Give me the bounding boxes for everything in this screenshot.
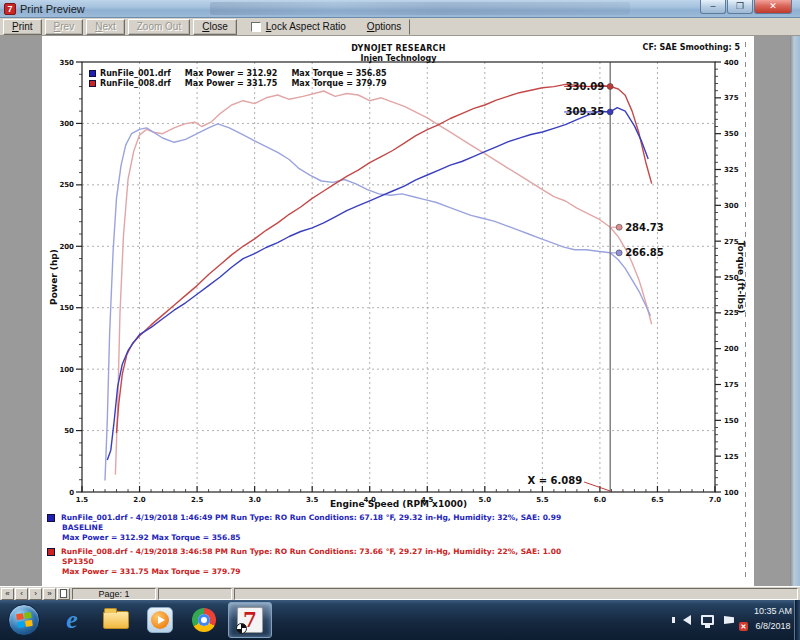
clock-time: 10:35 AM [754,604,792,619]
right-tick-label: 175 [724,381,739,389]
run-details: RunFile_008.drf - 4/19/2018 3:46:58 PM R… [61,547,561,557]
curve-power_blue [107,108,648,461]
taskbar-item-windows-explorer[interactable] [96,602,136,638]
run-label: BASELINE [47,523,561,533]
statusbar: « ‹ › » Page: 1 [0,586,800,600]
zoom-out-button[interactable]: Zoom Out [128,19,190,35]
document-icon [60,589,67,598]
cursor-x-label: X = 6.089 [527,475,582,486]
left-tick-label: 300 [59,120,74,128]
minimize-button[interactable]: – [700,0,726,14]
left-tick-label: 350 [59,59,74,67]
run-label: SP1350 [47,557,561,567]
x-axis-title: Engine Speed (RPM x1000) [82,499,715,509]
status-panel [158,588,232,600]
chrome-icon [192,608,216,632]
lock-aspect-ratio-label: Lock Aspect Ratio [266,21,346,32]
options-button[interactable]: Options [358,19,410,35]
right-tick-label: 200 [724,345,739,353]
legend-swatch-red [89,80,96,87]
status-panel [234,588,798,600]
taskbar-clock[interactable]: 10:35 AM 6/8/2018 [754,604,792,634]
run-details: RunFile_001.drf - 4/19/2018 1:46:49 PM R… [61,513,561,523]
action-center-flag-icon[interactable] [724,616,734,624]
next-page-button[interactable]: › [29,588,42,600]
chart-subtitle: Injen Technology [82,54,715,63]
background-window-ghost [210,2,630,15]
volume-icon[interactable] [683,615,691,625]
left-tick-label: 0 [69,489,74,497]
first-page-button[interactable]: « [1,588,14,600]
window-title: Print Preview [20,3,85,15]
legend-file: RunFile_008.drf [100,79,171,88]
right-tick-label: 350 [724,130,739,138]
right-tick-label: 375 [724,94,739,102]
network-icon[interactable] [701,615,714,625]
taskbar-item-chrome[interactable] [184,602,224,638]
correction-smoothing-label: CF: SAE Smoothing: 5 [643,43,740,52]
legend-row-sp1350: RunFile_008.drf Max Power = 331.75 Max T… [89,78,401,88]
right-tick-label: 150 [724,417,739,425]
clock-date: 6/8/2018 [754,619,792,634]
cursor-value-label: 266.85 [625,247,664,258]
chart-legend: RunFile_001.drf Max Power = 312.92 Max T… [89,68,401,88]
taskbar-item-media-player[interactable] [140,602,180,638]
page-setup-button[interactable] [57,588,70,600]
left-tick-label: 50 [64,427,74,435]
legend-max-torque: Max Torque = 356.85 [291,69,386,78]
cursor-value-label: 284.73 [625,222,664,233]
toolbar: Print Prev Next Zoom Out Close Lock Aspe… [0,18,800,36]
legend-row-baseline: RunFile_001.drf Max Power = 312.92 Max T… [89,68,401,78]
cursor-marker [607,83,613,89]
close-preview-button[interactable]: Close [193,19,237,35]
winpep7-icon: 7 [237,607,263,633]
last-page-button[interactable]: » [43,588,56,600]
cursor-marker [616,250,622,256]
soccer-ball-icon [236,623,247,634]
legend-swatch-blue [89,70,96,77]
left-tick-label: 150 [59,304,74,312]
cursor-marker [616,224,622,230]
legend-max-power: Max Power = 331.75 [185,79,278,88]
print-margin-guide [745,42,746,580]
show-desktop-button[interactable] [794,600,800,640]
next-button[interactable]: Next [86,19,125,35]
titlebar[interactable]: 7 Print Preview – ❐ ✕ [0,0,800,18]
left-tick-label: 100 [59,366,74,374]
cursor-value-label: 309.35 [566,106,605,117]
close-window-button[interactable]: ✕ [754,0,792,14]
chart-title: DYNOJET RESEARCH [82,44,715,53]
print-preview-window: 7 Print Preview – ❐ ✕ Print Prev Next Zo… [0,0,800,640]
legend-max-torque: Max Torque = 379.79 [291,79,386,88]
prev-page-button[interactable]: ‹ [15,588,28,600]
windows-logo-icon [16,612,33,629]
run-info-baseline: RunFile_001.drf - 4/19/2018 1:46:49 PM R… [47,513,561,543]
taskbar-item-internet-explorer[interactable]: e [52,602,92,638]
page-indicator: Page: 1 [72,588,156,600]
left-tick-label: 250 [59,181,74,189]
prev-button[interactable]: Prev [45,19,84,35]
cursor-marker [607,109,613,115]
taskbar-item-winpep7-active[interactable]: 7 [228,602,272,638]
left-tick-label: 200 [59,243,74,251]
right-tick-label: 125 [724,453,739,461]
internet-explorer-icon: e [66,605,78,635]
print-preview-page: 1.52.02.53.03.54.04.55.05.56.06.57.00501… [42,36,754,586]
start-button[interactable] [8,604,40,636]
right-tick-label: 100 [724,489,739,497]
run-maxima: Max Power = 312.92 Max Torque = 356.85 [47,533,561,543]
folder-icon [103,611,129,629]
taskbar: e 7 ✕ 10:35 AM 6/8/2018 [0,600,800,640]
winpep-app-icon: 7 [4,3,16,15]
action-center-alert-icon: ✕ [739,622,748,631]
run-maxima: Max Power = 331.75 Max Torque = 379.79 [47,567,561,577]
print-button[interactable]: Print [3,19,42,35]
media-player-icon [147,607,173,633]
maximize-button[interactable]: ❐ [727,0,753,14]
run-swatch-blue [47,514,55,522]
lock-aspect-ratio-checkbox[interactable] [251,22,261,32]
legend-file: RunFile_001.drf [100,69,171,78]
right-tick-label: 400 [724,59,739,67]
cursor-value-label: 330.09 [566,81,605,92]
system-tray [683,600,744,640]
